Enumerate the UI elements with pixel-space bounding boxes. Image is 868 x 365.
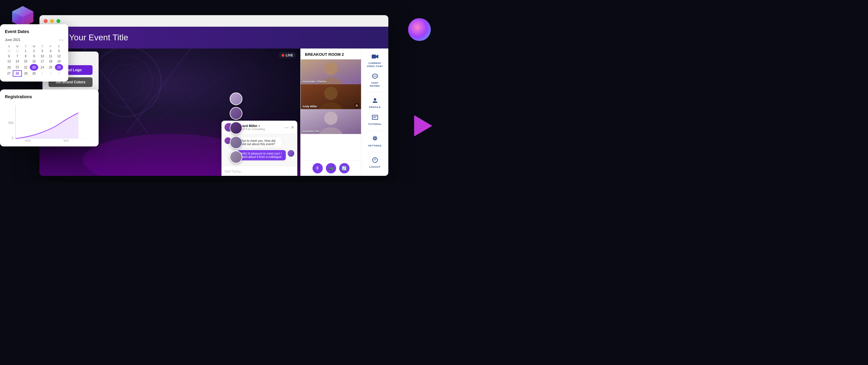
cal-day[interactable]: 27 (5, 71, 13, 76)
chat-minimize-button[interactable]: — (285, 125, 289, 129)
chat-rooms-icon (372, 74, 378, 80)
calendar-prev-button[interactable]: ‹ (59, 38, 61, 42)
participant-3-name: Amanda Chu (303, 130, 319, 133)
calendar-title: Event Dates (5, 29, 63, 34)
live-text: LIVE (286, 53, 293, 57)
logout-icon (372, 157, 378, 165)
nav-item-profile[interactable]: PROFILE (361, 95, 388, 111)
participant-avatar-3[interactable] (230, 122, 242, 134)
cal-day[interactable]: 15 (22, 59, 30, 64)
svg-text:500: 500 (8, 121, 13, 125)
participant-video-2: Andy Miller 🔇 (301, 84, 361, 109)
cal-day[interactable]: 17 (38, 59, 46, 64)
breakout-sidebar: BREAKOUT ROOM 2 Alexander Charles (300, 48, 361, 176)
calendar-grid: S M T W T F S 30 31 1 2 3 4 5 6 7 (5, 44, 63, 77)
cal-day[interactable]: 1 (38, 71, 46, 76)
nav-item-settings[interactable]: SETTINGS (361, 133, 388, 150)
cal-day[interactable]: 6 (5, 54, 13, 59)
cal-day[interactable]: 20 (5, 64, 13, 71)
dot-red[interactable] (44, 19, 48, 23)
cal-day[interactable]: 7 (13, 54, 21, 59)
cal-day[interactable]: 29 (22, 71, 30, 76)
svg-marker-22 (376, 55, 378, 59)
cal-day[interactable]: 16 (30, 59, 38, 64)
participant-2-name: Andy Miller (303, 105, 317, 108)
dot-green[interactable] (56, 19, 60, 23)
cal-day-highlighted[interactable]: 26 (55, 64, 63, 71)
cal-day[interactable]: 19 (55, 59, 63, 64)
camera-control-button[interactable]: 📹 (326, 163, 336, 173)
cal-day[interactable]: 24 (38, 64, 46, 71)
cal-day[interactable]: 21 (13, 64, 21, 71)
cal-day-today[interactable]: 23 (30, 64, 38, 71)
cal-day[interactable]: 11 (46, 54, 55, 59)
cal-day[interactable]: 18 (46, 59, 55, 64)
svg-text:5/30: 5/30 (25, 139, 31, 141)
settings-icon (372, 136, 378, 143)
cal-day[interactable]: 9 (30, 54, 38, 59)
blob-top-right (408, 18, 431, 41)
live-badge: LIVE (279, 52, 296, 58)
cal-day[interactable]: 25 (46, 64, 55, 71)
cal-day-circled[interactable]: 28 (13, 71, 21, 76)
cal-header-m: M (13, 44, 21, 48)
cal-header-t2: T (38, 44, 46, 48)
cal-day[interactable]: 2 (46, 71, 55, 76)
calendar-next-button[interactable]: › (62, 38, 63, 42)
cal-header-f: F (46, 44, 55, 48)
cal-day[interactable]: 13 (5, 59, 13, 64)
calendar-month-year: June 2021 (5, 38, 20, 41)
nav-label-profile: PROFILE (369, 106, 380, 109)
participant-video-1: Alexander Charles (301, 59, 361, 84)
nav-label-tutorial: TUTORIAL (368, 123, 381, 126)
registrations-title: Registrations (5, 94, 94, 99)
cal-day[interactable]: 14 (13, 59, 21, 64)
participant-avatar-2[interactable] (230, 107, 242, 120)
switch-control-button[interactable]: 🔄 (339, 163, 349, 173)
participant-avatar-5[interactable] (230, 151, 242, 163)
mute-badge: 🔇 (354, 103, 359, 108)
participant-avatar-4[interactable] (230, 136, 242, 149)
nav-item-video-chat[interactable]: CURRENT VIDEO CHAT (361, 52, 388, 70)
profile-icon (372, 97, 378, 105)
nav-divider-3 (367, 152, 383, 152)
cal-header-w: W (30, 44, 38, 48)
dot-yellow[interactable] (50, 19, 54, 23)
event-title: Your Event Title (69, 33, 382, 42)
nav-label-settings: SETTINGS (368, 144, 381, 147)
chat-input-area[interactable]: Start Typing... (221, 166, 297, 176)
cal-day[interactable]: 2 (30, 48, 38, 54)
video-chat-icon (372, 54, 378, 61)
cal-day[interactable]: 4 (46, 48, 55, 54)
tutorial-icon (372, 115, 378, 122)
cal-day[interactable]: 3 (38, 48, 46, 54)
mic-control-button[interactable]: 🎙 (312, 163, 323, 173)
cal-day[interactable]: 30 (5, 48, 13, 54)
cal-day[interactable]: 5 (55, 48, 63, 54)
svg-point-27 (374, 98, 376, 101)
nav-item-chat-rooms[interactable]: CHAT ROOMS (361, 71, 388, 90)
cal-day[interactable]: 31 (13, 48, 21, 54)
right-nav: CURRENT VIDEO CHAT CHAT ROOMS (361, 48, 388, 176)
svg-point-13 (324, 62, 338, 75)
nav-label-chat-rooms: CHAT ROOMS (370, 81, 380, 87)
browser-chrome (39, 15, 388, 27)
cal-day[interactable]: 1 (22, 48, 30, 54)
svg-point-31 (374, 138, 376, 140)
chat-input-placeholder[interactable]: Start Typing... (224, 170, 243, 173)
svg-text:0: 0 (12, 136, 14, 140)
chat-close-button[interactable]: ✕ (291, 125, 294, 129)
breakout-title: BREAKOUT ROOM 2 (301, 48, 361, 59)
cal-day[interactable]: 30 (30, 71, 38, 76)
nav-item-logout[interactable]: LOGOUT (361, 155, 388, 171)
calendar-nav: June 2021 ‹ › (5, 38, 63, 42)
nav-item-tutorial[interactable]: TUTORIAL (361, 112, 388, 128)
cal-day[interactable]: 10 (38, 54, 46, 59)
cal-day[interactable]: 8 (22, 54, 30, 59)
chat-controls: — ✕ (285, 125, 294, 129)
cal-day[interactable]: 22 (22, 64, 30, 71)
participant-avatar-1[interactable] (230, 93, 242, 105)
cal-day[interactable]: 3 (55, 71, 63, 76)
cal-day[interactable]: 12 (55, 54, 63, 59)
message-text-self: Hello! A pleasure to meet you! I heard a… (237, 150, 286, 160)
